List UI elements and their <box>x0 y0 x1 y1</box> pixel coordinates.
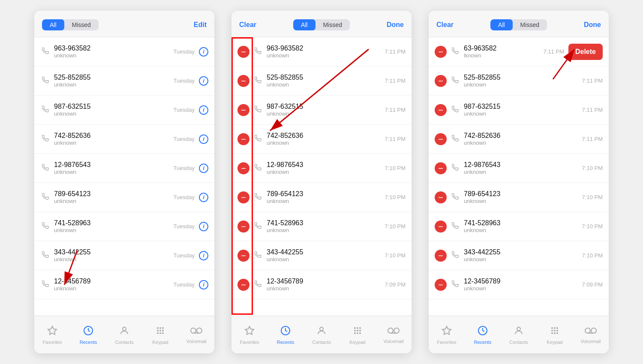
info-button[interactable]: i <box>199 251 208 260</box>
minus-button[interactable]: − <box>435 133 447 145</box>
info-button[interactable]: i <box>199 134 208 144</box>
panel2-seg-control[interactable]: All Missed <box>293 19 350 30</box>
minus-button[interactable]: − <box>237 250 249 262</box>
minus-button[interactable]: − <box>237 162 249 174</box>
minus-button[interactable]: − <box>237 104 249 116</box>
minus-button[interactable]: − <box>237 133 249 145</box>
call-item[interactable]: −789-654123unknown7:10 PM <box>231 183 412 212</box>
call-item[interactable]: −987-632515unknown7:11 PM <box>429 95 609 125</box>
tab-recents[interactable]: Recents <box>273 325 297 345</box>
info-button[interactable]: i <box>199 222 208 231</box>
tab-recents[interactable]: Recents <box>76 325 100 345</box>
call-item[interactable]: 742-852636unknownTuesdayi <box>34 125 214 154</box>
minus-button[interactable]: − <box>435 221 447 233</box>
call-item[interactable]: −63-963582lknown7:11 PMDelete <box>429 37 609 66</box>
tab-contacts[interactable]: Contacts <box>112 325 136 345</box>
call-item[interactable]: 525-852855unknownTuesdayi <box>34 66 214 95</box>
panel1-seg-control[interactable]: All Missed <box>42 19 99 30</box>
minus-button[interactable]: − <box>435 75 447 87</box>
call-label: unknown <box>464 81 500 88</box>
minus-button[interactable]: − <box>435 279 447 291</box>
call-item[interactable]: −12-3456789unknown7:09 PM <box>429 270 609 299</box>
call-item[interactable]: −525-852855unknown7:11 PM <box>429 66 609 95</box>
phone-icon <box>40 106 51 114</box>
call-item[interactable]: −12-9876543unknown7:10 PM <box>429 154 609 183</box>
tab-favorites[interactable]: Favorites <box>40 325 64 345</box>
tab-voicemail[interactable]: Voicemail <box>579 326 603 344</box>
info-button[interactable]: i <box>199 76 208 86</box>
call-number: 963-963582 <box>54 45 90 52</box>
tab-label-recents: Recents <box>474 340 491 345</box>
call-item[interactable]: −741-528963unknown7:10 PM <box>231 212 412 241</box>
call-item[interactable]: −963-963582unknown7:11 PM <box>231 37 412 66</box>
minus-button[interactable]: − <box>237 75 249 87</box>
call-label: unknown <box>267 198 303 204</box>
call-item[interactable]: 741-528963unknownTuesdayi <box>34 212 214 241</box>
panel3-clear-btn[interactable]: Clear <box>436 21 454 29</box>
call-item[interactable]: −12-3456789unknown7:09 PM <box>231 270 412 299</box>
info-button[interactable]: i <box>199 47 208 57</box>
phone-icon <box>40 135 51 143</box>
panel2-all-btn[interactable]: All <box>293 19 315 30</box>
panel3-seg-control[interactable]: All Missed <box>490 19 547 30</box>
call-label: unknown <box>54 198 90 204</box>
minus-button[interactable]: − <box>435 46 447 58</box>
info-button[interactable]: i <box>199 105 208 115</box>
minus-button[interactable]: − <box>435 162 447 174</box>
tab-recents[interactable]: Recents <box>471 325 495 345</box>
minus-button[interactable]: − <box>237 46 249 58</box>
panel3-done-btn[interactable]: Done <box>584 21 601 29</box>
call-item[interactable]: 12-3456789unknownTuesdayi <box>34 270 214 299</box>
tab-voicemail[interactable]: Voicemail <box>184 326 208 344</box>
panel2-missed-btn[interactable]: Missed <box>315 19 350 30</box>
tab-voicemail[interactable]: Voicemail <box>382 326 406 344</box>
panel3-missed-btn[interactable]: Missed <box>513 19 547 30</box>
call-item[interactable]: 343-442255unknownTuesdayi <box>34 241 214 270</box>
tab-keypad[interactable]: Keypad <box>148 325 172 345</box>
tab-contacts[interactable]: Contacts <box>507 325 531 345</box>
panel1-missed-btn[interactable]: Missed <box>64 19 99 30</box>
minus-button[interactable]: − <box>435 250 447 262</box>
call-item[interactable]: −12-9876543unknown7:10 PM <box>231 154 412 183</box>
svg-point-44 <box>554 332 556 334</box>
panel1-tab-bar: FavoritesRecentsContactsKeypadVoicemail <box>34 316 214 353</box>
call-item[interactable]: 789-654123unknownTuesdayi <box>34 183 214 212</box>
call-item[interactable]: 987-632515unknownTuesdayi <box>34 95 214 125</box>
panel3-all-btn[interactable]: All <box>490 19 513 30</box>
call-item[interactable]: −525-852855unknown7:11 PM <box>231 66 412 95</box>
info-button[interactable]: i <box>199 280 208 289</box>
delete-button[interactable]: Delete <box>568 44 603 60</box>
info-button[interactable]: i <box>199 164 208 173</box>
call-info: 12-3456789unknown <box>464 277 500 292</box>
minus-button[interactable]: − <box>435 104 447 116</box>
panel1-edit-btn[interactable]: Edit <box>194 21 207 29</box>
call-item[interactable]: −741-528963unknown7:10 PM <box>429 212 609 241</box>
call-time: 7:10 PM <box>385 252 406 259</box>
call-item[interactable]: 963-963582unknownTuesdayi <box>34 37 214 66</box>
panel2-done-btn[interactable]: Done <box>387 21 404 29</box>
tab-favorites[interactable]: Favorites <box>435 325 459 345</box>
call-item[interactable]: −742-852636unknown7:11 PM <box>429 125 609 154</box>
call-item[interactable]: −987-632515unknown7:11 PM <box>231 95 412 125</box>
minus-button[interactable]: − <box>435 191 447 203</box>
info-button[interactable]: i <box>199 193 208 202</box>
call-item[interactable]: 12-9876543unknownTuesdayi <box>34 154 214 183</box>
tab-keypad[interactable]: Keypad <box>346 325 370 345</box>
call-info: 12-9876543unknown <box>464 161 500 175</box>
svg-marker-34 <box>442 326 451 334</box>
call-info: 987-632515unknown <box>464 103 500 117</box>
call-right: Tuesdayi <box>174 76 208 86</box>
tab-keypad[interactable]: Keypad <box>543 325 567 345</box>
call-item[interactable]: −789-654123unknown7:10 PM <box>429 183 609 212</box>
call-time: Tuesday <box>174 107 195 113</box>
minus-button[interactable]: − <box>237 221 249 233</box>
call-item[interactable]: −742-852636unknown7:11 PM <box>231 125 412 154</box>
tab-contacts[interactable]: Contacts <box>309 325 334 345</box>
panel2-clear-btn[interactable]: Clear <box>239 21 256 29</box>
minus-button[interactable]: − <box>237 279 249 291</box>
panel1-all-btn[interactable]: All <box>42 19 64 30</box>
call-item[interactable]: −343-442255unknown7:10 PM <box>231 241 412 270</box>
call-item[interactable]: −343-442255unknown7:10 PM <box>429 241 609 270</box>
tab-favorites[interactable]: Favorites <box>237 325 261 345</box>
minus-button[interactable]: − <box>237 191 249 203</box>
